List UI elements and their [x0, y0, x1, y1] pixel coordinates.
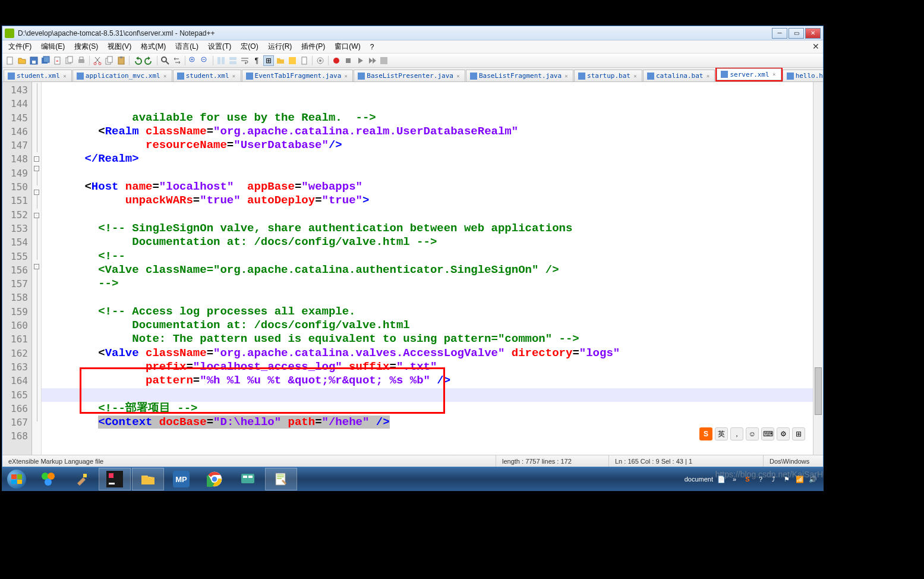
doc-close-x-icon[interactable]: ✕ [812, 42, 819, 51]
svg-point-28 [333, 58, 339, 64]
ime-more-icon[interactable]: ⊞ [792, 427, 805, 440]
copy-icon[interactable] [104, 55, 115, 66]
print-icon[interactable] [76, 55, 87, 66]
record-icon[interactable] [331, 55, 342, 66]
save-all-icon[interactable] [40, 55, 51, 66]
file-icon [578, 73, 585, 80]
sync-v-icon[interactable] [216, 55, 226, 66]
taskbar-notepadpp-icon[interactable] [265, 468, 297, 490]
tab-close-icon[interactable]: × [563, 73, 569, 79]
menu-macro[interactable]: 宏(O) [236, 40, 263, 53]
taskbar-paint-icon[interactable] [65, 468, 97, 490]
taskbar-explorer-icon[interactable] [132, 468, 164, 490]
folder-icon[interactable] [275, 55, 286, 66]
taskbar-app-1[interactable] [32, 468, 64, 490]
file-icon [8, 73, 15, 80]
ime-lang-icon[interactable]: 英 [715, 427, 728, 440]
undo-icon[interactable] [132, 55, 143, 66]
tab-close-icon[interactable]: × [455, 73, 461, 79]
ime-settings-icon[interactable]: ⚙ [777, 427, 790, 440]
redo-icon[interactable] [144, 55, 154, 66]
file-tab[interactable]: startup.bat× [574, 70, 642, 81]
close-all-icon[interactable] [64, 55, 75, 66]
maximize-button[interactable]: ▭ [789, 28, 804, 39]
taskbar-mp-icon[interactable]: MP [165, 468, 197, 490]
ime-punct-icon[interactable]: ， [730, 427, 743, 440]
title-bar[interactable]: D:\develop\apache-tomcat-8.5.31\conf\ser… [2, 26, 823, 40]
ime-keyboard-icon[interactable]: ⌨ [761, 427, 774, 440]
open-file-icon[interactable] [17, 55, 27, 66]
cut-icon[interactable] [92, 55, 103, 66]
ime-emoji-icon[interactable]: ☺ [746, 427, 759, 440]
replace-icon[interactable] [172, 55, 182, 66]
close-doc-icon[interactable]: × [52, 55, 63, 66]
play-icon[interactable] [355, 55, 365, 66]
paste-icon[interactable] [116, 55, 127, 66]
svg-rect-16 [120, 56, 122, 58]
taskbar-chrome-icon[interactable] [198, 468, 231, 490]
svg-rect-0 [7, 57, 12, 64]
indent-guide-icon[interactable]: ⊞ [263, 55, 274, 66]
file-tab[interactable]: server.xml× [717, 68, 781, 80]
file-tab[interactable]: catalina.bat× [643, 70, 715, 81]
menu-view[interactable]: 视图(V) [103, 40, 136, 53]
wrap-icon[interactable] [239, 55, 250, 66]
file-tab[interactable]: BaseListPresenter.java× [354, 70, 465, 81]
file-icon [647, 73, 654, 80]
taskbar-intellij-icon[interactable] [99, 468, 131, 490]
file-tab[interactable]: hello.html× [783, 70, 823, 81]
tray-document-label: document [685, 476, 713, 483]
invisible-chars-icon[interactable]: ¶ [251, 55, 262, 66]
toolbar: × ¶ ⊞ [2, 54, 823, 68]
save-icon[interactable] [29, 55, 39, 66]
new-file-icon[interactable] [5, 55, 15, 66]
file-tab[interactable]: EventTab1Fragment.java× [242, 70, 354, 81]
monitor-icon[interactable] [315, 55, 326, 66]
sync-h-icon[interactable] [228, 55, 238, 66]
find-icon[interactable] [160, 55, 171, 66]
menu-file[interactable]: 文件(F) [4, 40, 36, 53]
svg-rect-20 [217, 57, 220, 64]
tab-close-icon[interactable]: × [231, 73, 237, 79]
code-content[interactable]: available for use by the Realm. --> <Rea… [42, 82, 813, 455]
zoom-out-icon[interactable] [200, 55, 210, 66]
svg-rect-9 [78, 59, 84, 63]
file-tab[interactable]: student.xml× [173, 70, 241, 81]
tab-close-icon[interactable]: × [162, 73, 168, 79]
menu-language[interactable]: 语言(L) [171, 40, 203, 53]
menu-help[interactable]: ? [365, 42, 379, 52]
status-filetype: eXtensible Markup Language file [2, 455, 496, 467]
editor-area[interactable]: 1431441451461471481491501511521531541551… [2, 82, 823, 455]
close-button[interactable]: ✕ [805, 28, 821, 39]
tab-close-icon[interactable]: × [632, 73, 638, 79]
file-tab[interactable]: application_mvc.xml× [72, 70, 172, 81]
sogou-ime-icon[interactable]: S [699, 427, 712, 440]
svg-rect-23 [229, 61, 236, 64]
minimize-button[interactable]: ─ [772, 28, 787, 39]
vertical-scrollbar[interactable] [813, 82, 823, 455]
stop-icon[interactable] [343, 55, 354, 66]
menu-settings[interactable]: 设置(T) [203, 40, 236, 53]
menu-format[interactable]: 格式(M) [136, 40, 171, 53]
start-button[interactable] [2, 467, 31, 491]
zoom-in-icon[interactable] [188, 55, 198, 66]
menu-plugins[interactable]: 插件(P) [297, 40, 330, 53]
tab-close-icon[interactable]: × [705, 73, 711, 79]
menu-run[interactable]: 运行(R) [263, 40, 297, 53]
tab-close-icon[interactable]: × [771, 71, 777, 77]
menu-window[interactable]: 窗口(W) [330, 40, 365, 53]
tab-close-icon[interactable]: × [62, 73, 68, 79]
taskbar-control-icon[interactable] [232, 468, 264, 490]
tab-label: student.xml [17, 72, 60, 80]
svg-rect-22 [229, 57, 236, 60]
play-multi-icon[interactable] [367, 55, 377, 66]
file-tab[interactable]: BaseListFragment.java× [466, 70, 573, 81]
file-tab[interactable]: student.xml× [4, 70, 72, 81]
fold-column[interactable]: ----- [32, 82, 42, 455]
save-macro-icon[interactable] [379, 55, 389, 66]
function-list-icon[interactable] [287, 55, 298, 66]
menu-search[interactable]: 搜索(S) [70, 40, 103, 53]
menu-edit[interactable]: 编辑(E) [36, 40, 70, 53]
doc-map-icon[interactable] [299, 55, 310, 66]
tab-close-icon[interactable]: × [343, 73, 349, 79]
